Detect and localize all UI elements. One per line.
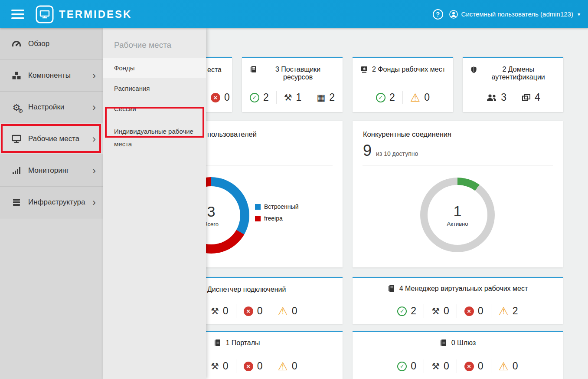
submenu-item-sessions[interactable]: Сессии <box>103 99 206 119</box>
stat-tools: ⚒ 0 <box>207 304 236 318</box>
warning-icon: ⚠ <box>278 306 287 317</box>
sidebar-item-monitoring[interactable]: Мониторинг › <box>0 155 103 187</box>
tools-icon: ⚒ <box>211 306 219 316</box>
stat-value: 0 <box>478 360 483 372</box>
submenu-item-schedules[interactable]: Расписания <box>103 78 206 99</box>
donut-center-value: 1 <box>454 203 462 220</box>
legend-item: freeipa <box>255 215 298 222</box>
logo: TERMIDESK <box>36 5 132 23</box>
topbar: TERMIDESK ? Системный пользователь (admi… <box>0 0 588 28</box>
stats-row: ⚒ 0 × 0 ⚠ 0 <box>207 304 305 318</box>
card-concurrent-connections: Конкурентные соединения 9 из 10 доступно… <box>353 121 563 267</box>
sidebar: Обзор Компоненты › ⚙⚙ Настройки › Рабочи… <box>0 28 103 379</box>
card-resource-providers: 3 Поставщики ресурсов ✓ 2 ⚒ 1 ▦ 2 <box>242 57 343 112</box>
stat-value: 2 <box>329 92 335 103</box>
dashboard-icon <box>11 40 22 48</box>
legend-item: Встроенный <box>255 203 298 210</box>
stat-value: 2 <box>513 305 518 317</box>
card-title: 4 Менеджер виртуальных рабочих мест <box>399 285 528 293</box>
stat-value: 0 <box>224 92 230 103</box>
card-title: 2 Домены аутентификации <box>481 66 555 81</box>
donut-center-label: Активно <box>447 221 468 227</box>
stat-ok: ✓ 2 <box>390 304 424 318</box>
card-title: еста <box>207 66 222 74</box>
submenu-item-funds[interactable]: Фонды <box>103 58 206 78</box>
user-name: Системный пользователь (admin123) <box>461 10 573 18</box>
monitoring-icon <box>11 166 22 175</box>
sidebar-item-workplaces[interactable]: Рабочие места › <box>0 123 103 155</box>
stat-tools: ⚒ 0 <box>207 359 236 373</box>
error-icon: × <box>211 93 220 102</box>
stat-ok: ✓ 2 <box>242 91 276 104</box>
settings-icon: ⚙⚙ <box>11 103 22 112</box>
stats-row: × 0 <box>207 91 237 104</box>
sidebar-item-label: Компоненты <box>28 71 92 80</box>
brand-name: TERMIDESK <box>59 8 132 20</box>
ok-icon: ✓ <box>397 306 407 316</box>
stats-row: ⚒ 0 × 0 ⚠ 0 <box>207 359 305 373</box>
chevron-right-icon: › <box>92 102 96 112</box>
chevron-right-icon: › <box>92 197 96 208</box>
sidebar-item-settings[interactable]: ⚙⚙ Настройки › <box>0 92 103 123</box>
document-icon <box>440 339 448 347</box>
warning-icon: ⚠ <box>278 361 287 372</box>
donut-center-value: 3 <box>207 203 216 220</box>
stat-value: 0 <box>292 360 297 372</box>
stat-value: 2 <box>263 92 269 103</box>
error-icon: × <box>244 362 253 371</box>
card-title: 2 Фонды рабочих мест <box>372 66 445 73</box>
stat-warn: ⚠ 0 <box>270 359 304 373</box>
stat-value: 0 <box>223 305 229 317</box>
sidebar-item-label: Инфраструктура <box>28 198 92 207</box>
stat-value: 2 <box>411 305 416 317</box>
sidebar-item-components[interactable]: Компоненты › <box>0 60 103 92</box>
stat-error: × 0 <box>457 304 491 318</box>
sidebar-item-label: Мониторинг <box>28 166 92 175</box>
stat-value: 0 <box>257 305 263 317</box>
ok-icon: ✓ <box>250 93 259 102</box>
hamburger-menu-button[interactable] <box>11 10 24 19</box>
ok-icon: ✓ <box>397 362 407 371</box>
stat-warn: ⚠ 0 <box>491 359 526 373</box>
stats-row: 3 4 <box>463 91 563 104</box>
stat-value: 0 <box>411 360 416 372</box>
stat-warn: ⚠ 0 <box>402 91 437 104</box>
card-title-row: 0 Шлюз <box>353 332 563 347</box>
stat-value: 0 <box>478 305 483 317</box>
monitor-icon <box>11 135 22 143</box>
help-button[interactable]: ? <box>433 9 443 20</box>
card-title-row: 4 Менеджер виртуальных рабочих мест <box>353 278 563 293</box>
tools-icon: ⚒ <box>211 362 219 371</box>
chevron-down-icon: ▾ <box>578 11 580 17</box>
card-title: Диспетчер подключений <box>207 286 286 293</box>
stat-error: × 0 <box>207 91 237 104</box>
stats-row: ✓ 2 ⚒ 1 ▦ 2 <box>242 91 343 104</box>
document-icon <box>214 339 222 347</box>
stat-value: 2 <box>389 92 395 103</box>
chevron-right-icon: › <box>92 70 96 81</box>
legend-swatch-blue <box>255 204 261 210</box>
user-icon <box>449 10 458 19</box>
stat-warn: ⚠ 0 <box>270 304 304 318</box>
shield-icon <box>470 66 477 74</box>
error-icon: × <box>464 362 474 371</box>
card-title-row: 3 Поставщики ресурсов <box>242 58 343 81</box>
chevron-right-icon: › <box>92 165 96 176</box>
stats-row: ✓ 0 ⚒ 0 × 0 ⚠ 0 <box>353 359 563 373</box>
user-menu[interactable]: Системный пользователь (admin123) ▾ <box>449 10 580 19</box>
sidebar-item-infrastructure[interactable]: Инфраструктура › <box>0 187 103 218</box>
sidebar-item-overview[interactable]: Обзор <box>0 28 103 60</box>
infrastructure-icon <box>11 198 22 207</box>
stat-value: 0 <box>292 305 297 317</box>
card-title: 0 Шлюз <box>451 339 476 347</box>
submenu-item-individual-workplaces[interactable]: Индивидуальные рабочие места <box>103 119 206 154</box>
logo-icon <box>36 5 54 23</box>
stat-grid: ▦ 2 <box>309 91 342 104</box>
divider <box>363 165 553 165</box>
users-icon <box>486 93 497 102</box>
submenu-flyout: Рабочие места Фонды Расписания Сессии Ин… <box>103 28 206 379</box>
stat-value: 0 <box>223 360 229 372</box>
stat-value: 0 <box>257 360 263 372</box>
stat-users: 3 <box>478 91 514 104</box>
stat-tools: ⚒ 1 <box>276 91 309 104</box>
